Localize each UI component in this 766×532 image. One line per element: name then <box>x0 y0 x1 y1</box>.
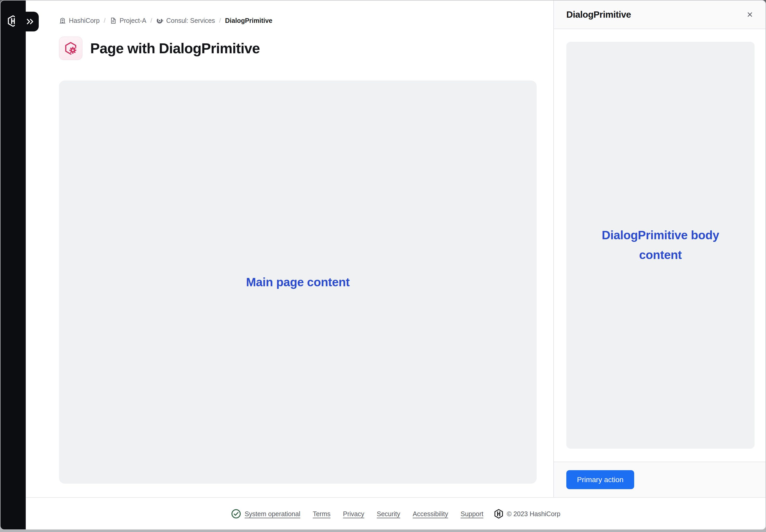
app-footer: System operational Terms Privacy Securit… <box>26 497 765 530</box>
dialog-close-button[interactable] <box>743 7 757 22</box>
footer-link-support[interactable]: Support <box>460 510 483 518</box>
breadcrumb-item-consul-services[interactable]: Consul: Services <box>156 17 215 24</box>
breadcrumb-item-current: DialogPrimitive <box>225 17 273 24</box>
breadcrumb-separator: / <box>104 17 105 24</box>
footer-link-terms[interactable]: Terms <box>313 510 331 518</box>
org-building-icon <box>59 17 66 24</box>
breadcrumb-label: Project-A <box>120 17 146 24</box>
breadcrumb-separator: / <box>219 17 221 24</box>
system-status-link[interactable]: System operational <box>231 509 300 519</box>
consul-logo-icon <box>156 17 163 24</box>
dialog-body-placeholder: DialogPrimitive body content <box>566 42 755 449</box>
main-content-placeholder: Main page content <box>59 81 537 484</box>
footer-copyright: © 2023 HashiCorp <box>494 509 560 519</box>
breadcrumb-label: Consul: Services <box>166 17 215 24</box>
dialog-footer: Primary action <box>554 462 766 497</box>
page-title-badge <box>59 37 82 60</box>
hashicorp-logo-icon <box>494 509 504 519</box>
main-placeholder-text: Main page content <box>246 275 350 289</box>
dialog-header: DialogPrimitive <box>554 1 766 29</box>
footer-link-accessibility[interactable]: Accessibility <box>413 510 448 518</box>
file-text-icon <box>110 17 117 24</box>
breadcrumb-item-project-a[interactable]: Project-A <box>110 17 146 24</box>
sidebar-rail <box>1 1 26 529</box>
footer-link-privacy[interactable]: Privacy <box>343 510 364 518</box>
double-chevron-right-icon <box>26 17 35 26</box>
check-circle-icon <box>231 509 241 519</box>
page-header: Page with DialogPrimitive <box>59 37 260 60</box>
dialog-title: DialogPrimitive <box>566 9 631 20</box>
hexagon-gear-icon <box>64 42 77 55</box>
breadcrumb-separator: / <box>150 17 152 24</box>
breadcrumb-item-hashicorp[interactable]: HashiCorp <box>59 17 99 24</box>
breadcrumb-label: HashiCorp <box>69 17 99 24</box>
app-window: HashiCorp / Project-A / Consul: Services… <box>0 0 766 530</box>
close-icon <box>746 10 754 19</box>
dialog-body-text: DialogPrimitive body content <box>588 225 733 265</box>
sidebar-expand-button[interactable] <box>15 12 39 31</box>
dialog-panel: DialogPrimitive DialogPrimitive body con… <box>553 1 766 497</box>
page-title: Page with DialogPrimitive <box>90 40 260 57</box>
breadcrumb: HashiCorp / Project-A / Consul: Services… <box>59 14 273 28</box>
footer-link-security[interactable]: Security <box>377 510 400 518</box>
primary-action-button[interactable]: Primary action <box>566 470 634 489</box>
copyright-text: © 2023 HashiCorp <box>507 510 560 518</box>
system-status-label: System operational <box>245 510 300 518</box>
